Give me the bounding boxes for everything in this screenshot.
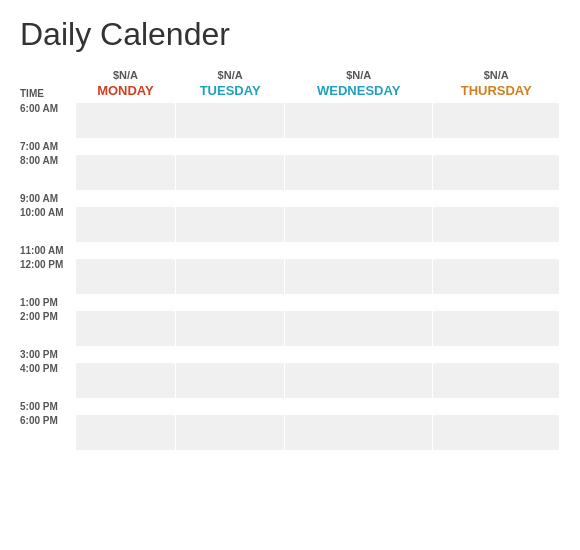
calendar-spacer — [433, 191, 560, 207]
calendar-spacer — [176, 399, 285, 415]
calendar-spacer — [284, 295, 432, 311]
calendar-cell[interactable] — [284, 415, 432, 451]
calendar-body: 6:00 AM7:00 AM8:00 AM9:00 AM10:00 AM11:0… — [20, 103, 560, 451]
time-label: 4:00 PM — [20, 363, 75, 399]
calendar-spacer — [176, 295, 285, 311]
calendar-cell[interactable] — [176, 207, 285, 243]
calendar-cell[interactable] — [176, 155, 285, 191]
calendar-spacer — [176, 347, 285, 363]
calendar-cell[interactable] — [75, 311, 176, 347]
calendar-spacer — [433, 139, 560, 155]
calendar-table: $N/A $N/A $N/A $N/A TIME MONDAY TUESDAY … — [20, 69, 560, 451]
tuesday-header: TUESDAY — [176, 83, 285, 103]
calendar-spacer — [284, 399, 432, 415]
calendar-spacer — [75, 243, 176, 259]
wednesday-date: $N/A — [284, 69, 432, 83]
time-row: 6:00 AM — [20, 103, 560, 139]
calendar-spacer — [176, 191, 285, 207]
time-header-label: TIME — [20, 83, 75, 103]
calendar-cell[interactable] — [433, 207, 560, 243]
calendar-spacer — [75, 191, 176, 207]
time-label: 11:00 AM — [20, 243, 75, 259]
calendar-cell[interactable] — [176, 311, 285, 347]
time-corner — [20, 69, 75, 83]
time-row: 7:00 AM — [20, 139, 560, 155]
calendar-cell[interactable] — [284, 103, 432, 139]
page-title: Daily Calender — [20, 16, 560, 53]
calendar-spacer — [75, 139, 176, 155]
calendar-cell[interactable] — [75, 363, 176, 399]
time-label: 10:00 AM — [20, 207, 75, 243]
calendar-cell[interactable] — [433, 259, 560, 295]
monday-header: MONDAY — [75, 83, 176, 103]
time-label: 6:00 PM — [20, 415, 75, 451]
time-row: 3:00 PM — [20, 347, 560, 363]
calendar-cell[interactable] — [176, 103, 285, 139]
calendar-spacer — [433, 243, 560, 259]
time-label: 12:00 PM — [20, 259, 75, 295]
calendar-cell[interactable] — [284, 311, 432, 347]
time-row: 4:00 PM — [20, 363, 560, 399]
calendar-cell[interactable] — [284, 363, 432, 399]
time-label: 3:00 PM — [20, 347, 75, 363]
calendar-cell[interactable] — [433, 415, 560, 451]
calendar-spacer — [75, 295, 176, 311]
calendar-cell[interactable] — [284, 259, 432, 295]
calendar-spacer — [176, 243, 285, 259]
calendar-page: Daily Calender $N/A $N/A $N/A $N/A TIME … — [0, 0, 580, 550]
calendar-cell[interactable] — [433, 311, 560, 347]
thursday-date: $N/A — [433, 69, 560, 83]
time-row: 12:00 PM — [20, 259, 560, 295]
monday-date: $N/A — [75, 69, 176, 83]
date-header-row: $N/A $N/A $N/A $N/A — [20, 69, 560, 83]
calendar-cell[interactable] — [75, 207, 176, 243]
time-row: 1:00 PM — [20, 295, 560, 311]
time-label: 9:00 AM — [20, 191, 75, 207]
time-label: 5:00 PM — [20, 399, 75, 415]
time-row: 10:00 AM — [20, 207, 560, 243]
calendar-spacer — [433, 295, 560, 311]
calendar-spacer — [433, 399, 560, 415]
calendar-spacer — [75, 347, 176, 363]
time-row: 9:00 AM — [20, 191, 560, 207]
wednesday-header: WEDNESDAY — [284, 83, 432, 103]
calendar-cell[interactable] — [284, 207, 432, 243]
calendar-spacer — [284, 347, 432, 363]
calendar-cell[interactable] — [176, 259, 285, 295]
time-row: 2:00 PM — [20, 311, 560, 347]
tuesday-date: $N/A — [176, 69, 285, 83]
calendar-spacer — [176, 139, 285, 155]
day-header-row: TIME MONDAY TUESDAY WEDNESDAY THURSDAY — [20, 83, 560, 103]
calendar-cell[interactable] — [284, 155, 432, 191]
calendar-cell[interactable] — [75, 259, 176, 295]
calendar-spacer — [284, 139, 432, 155]
calendar-cell[interactable] — [176, 363, 285, 399]
calendar-spacer — [284, 243, 432, 259]
calendar-cell[interactable] — [176, 415, 285, 451]
calendar-cell[interactable] — [75, 415, 176, 451]
calendar-cell[interactable] — [433, 363, 560, 399]
time-label: 7:00 AM — [20, 139, 75, 155]
time-row: 8:00 AM — [20, 155, 560, 191]
time-row: 5:00 PM — [20, 399, 560, 415]
calendar-cell[interactable] — [433, 155, 560, 191]
time-label: 6:00 AM — [20, 103, 75, 139]
time-label: 2:00 PM — [20, 311, 75, 347]
calendar-spacer — [284, 191, 432, 207]
time-row: 6:00 PM — [20, 415, 560, 451]
time-label: 1:00 PM — [20, 295, 75, 311]
calendar-cell[interactable] — [433, 103, 560, 139]
calendar-cell[interactable] — [75, 155, 176, 191]
calendar-spacer — [433, 347, 560, 363]
time-label: 8:00 AM — [20, 155, 75, 191]
calendar-spacer — [75, 399, 176, 415]
thursday-header: THURSDAY — [433, 83, 560, 103]
calendar-cell[interactable] — [75, 103, 176, 139]
time-row: 11:00 AM — [20, 243, 560, 259]
